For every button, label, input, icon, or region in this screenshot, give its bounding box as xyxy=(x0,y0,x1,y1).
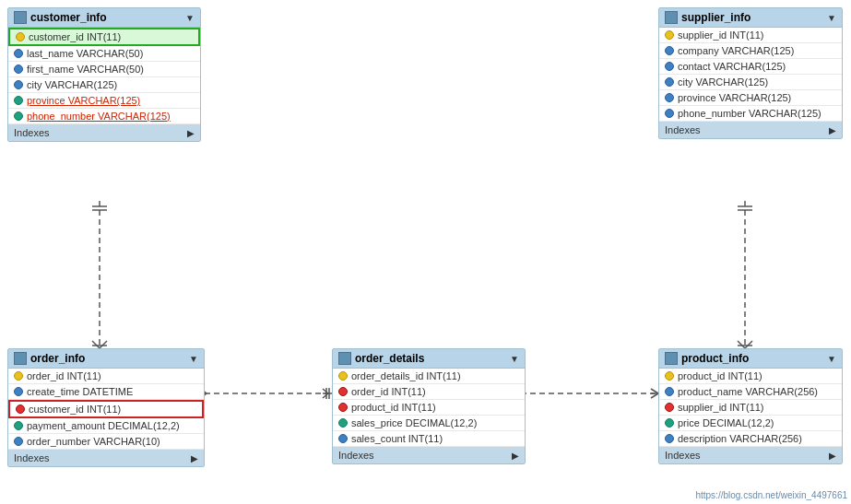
canvas: customer_info ▼ customer_id INT(11) last… xyxy=(0,0,851,504)
watermark: https://blog.csdn.net/weixin_4497661 xyxy=(695,490,847,500)
table-header-supplier[interactable]: supplier_info ▼ xyxy=(659,8,842,28)
field-icon-pk xyxy=(665,30,674,40)
svg-line-27 xyxy=(651,393,658,398)
table-title-order-details: order_details xyxy=(355,352,506,365)
table-header-order-details[interactable]: order_details ▼ xyxy=(333,349,525,369)
field-text: price DECIMAL(12,2) xyxy=(678,417,774,428)
table-arrow-product-info: ▼ xyxy=(827,354,836,364)
footer-arrow: ▶ xyxy=(829,125,836,135)
table-row: sales_price DECIMAL(12,2) xyxy=(333,416,525,431)
table-row: city VARCHAR(125) xyxy=(8,77,200,93)
field-text: province VARCHAR(125) xyxy=(678,92,791,103)
table-row: order_number VARCHAR(10) xyxy=(8,434,204,450)
svg-line-26 xyxy=(651,389,658,393)
table-title-product-info: product_info xyxy=(681,352,823,365)
table-header-order-info[interactable]: order_info ▼ xyxy=(8,349,204,369)
field-icon xyxy=(14,80,23,89)
table-icon-customer xyxy=(14,11,27,24)
indexes-label: Indexes xyxy=(665,124,701,135)
field-icon xyxy=(14,49,23,58)
field-text: supplier_id INT(11) xyxy=(678,402,764,413)
table-arrow-customer: ▼ xyxy=(185,13,195,23)
table-row: create_time DATETIME xyxy=(8,384,204,400)
field-icon xyxy=(14,387,23,396)
table-row: first_name VARCHAR(50) xyxy=(8,62,200,77)
field-icon xyxy=(665,93,674,102)
field-icon xyxy=(14,437,23,446)
table-footer-product-info[interactable]: Indexes ▶ xyxy=(659,447,842,463)
field-text: sales_price DECIMAL(12,2) xyxy=(351,417,477,428)
table-order-details: order_details ▼ order_details_id INT(11)… xyxy=(332,348,526,464)
table-header-product-info[interactable]: product_info ▼ xyxy=(659,349,842,369)
field-icon xyxy=(665,77,674,87)
field-icon xyxy=(665,62,674,71)
table-product-info: product_info ▼ product_id INT(11) produc… xyxy=(658,348,843,464)
field-text: order_id INT(11) xyxy=(351,386,426,397)
svg-line-17 xyxy=(323,393,328,398)
table-footer-order-details[interactable]: Indexes ▶ xyxy=(333,447,525,463)
table-footer-customer[interactable]: Indexes ▶ xyxy=(8,124,200,141)
table-row: city VARCHAR(125) xyxy=(659,75,842,90)
svg-line-4 xyxy=(100,341,107,348)
table-icon-supplier xyxy=(665,11,678,24)
field-text: product_id INT(11) xyxy=(351,402,436,413)
table-icon-product-info xyxy=(665,352,678,365)
indexes-label: Indexes xyxy=(14,127,50,138)
table-footer-order-info[interactable]: Indexes ▶ xyxy=(8,450,204,466)
table-header-customer-info[interactable]: customer_info ▼ xyxy=(8,8,200,28)
field-icon xyxy=(665,109,674,118)
table-row: description VARCHAR(256) xyxy=(659,431,842,447)
table-customer-info: customer_info ▼ customer_id INT(11) last… xyxy=(7,7,201,142)
field-text: order_details_id INT(11) xyxy=(351,370,461,381)
field-text: customer_id INT(11) xyxy=(29,404,121,415)
table-row: product_id INT(11) xyxy=(333,400,525,416)
field-icon xyxy=(14,64,23,74)
field-text: product_name VARCHAR(256) xyxy=(678,386,818,397)
table-arrow-order-details: ▼ xyxy=(510,354,519,364)
field-text: province VARCHAR(125) xyxy=(27,95,140,106)
field-text: supplier_id INT(11) xyxy=(678,29,764,41)
footer-arrow: ▶ xyxy=(187,128,195,138)
field-text: product_id INT(11) xyxy=(678,370,762,381)
field-icon xyxy=(665,434,674,443)
field-icon xyxy=(665,46,674,55)
field-icon-fk xyxy=(338,387,348,396)
table-title-supplier: supplier_info xyxy=(681,11,823,24)
indexes-label: Indexes xyxy=(338,450,374,461)
svg-line-10 xyxy=(745,341,752,348)
field-text: last_name VARCHAR(50) xyxy=(27,48,143,59)
table-row: province VARCHAR(125) xyxy=(659,90,842,106)
table-row: order_id INT(11) xyxy=(333,384,525,400)
field-icon-fk xyxy=(338,403,348,412)
table-supplier-info: supplier_info ▼ supplier_id INT(11) comp… xyxy=(658,7,843,139)
field-icon xyxy=(14,421,23,430)
field-text: create_time DATETIME xyxy=(27,386,133,397)
table-row: product_name VARCHAR(256) xyxy=(659,384,842,400)
indexes-label: Indexes xyxy=(14,452,50,463)
svg-line-3 xyxy=(92,341,100,348)
field-text: order_number VARCHAR(10) xyxy=(27,436,160,447)
svg-line-16 xyxy=(323,389,328,393)
footer-arrow: ▶ xyxy=(191,453,198,463)
table-row: order_details_id INT(11) xyxy=(333,369,525,384)
field-icon-pk xyxy=(338,371,348,381)
field-icon xyxy=(665,418,674,428)
table-arrow-order-info: ▼ xyxy=(189,354,198,364)
field-icon-pk xyxy=(14,371,23,381)
indexes-label: Indexes xyxy=(665,450,701,461)
table-row: phone_number VARCHAR(125) xyxy=(8,109,200,124)
field-text: first_name VARCHAR(50) xyxy=(27,64,144,75)
table-row: phone_number VARCHAR(125) xyxy=(659,106,842,122)
field-text: sales_count INT(11) xyxy=(351,433,443,444)
field-icon-fk xyxy=(16,404,25,414)
table-row: supplier_id INT(11) xyxy=(659,28,842,43)
field-text: payment_amount DECIMAL(12,2) xyxy=(27,420,180,431)
table-row: last_name VARCHAR(50) xyxy=(8,46,200,62)
field-text: contact VARCHAR(125) xyxy=(678,61,786,72)
table-arrow-supplier: ▼ xyxy=(827,13,836,23)
field-icon xyxy=(338,434,348,443)
svg-line-9 xyxy=(738,341,745,348)
table-footer-supplier[interactable]: Indexes ▶ xyxy=(659,122,842,138)
table-icon-order-info xyxy=(14,352,27,365)
table-title-order-info: order_info xyxy=(30,352,185,365)
